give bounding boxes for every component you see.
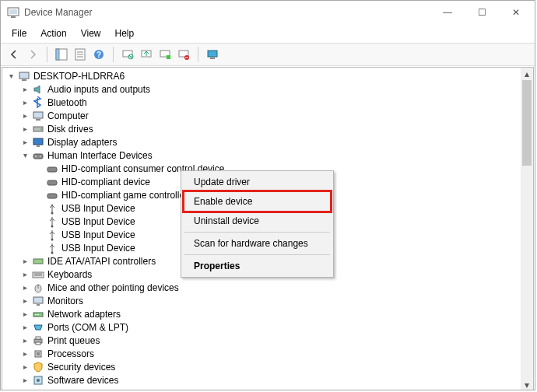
context-properties[interactable]: Properties: [183, 257, 332, 275]
toolbar: ?: [1, 44, 535, 66]
chevron-down-icon[interactable]: ▾: [5, 71, 16, 82]
category-security[interactable]: ▸Security devices: [2, 360, 521, 373]
category-label: Keyboards: [47, 269, 92, 280]
cpu-icon: [32, 348, 44, 360]
chevron-right-icon[interactable]: ▸: [19, 124, 30, 135]
chevron-down-icon[interactable]: ▾: [19, 150, 30, 161]
chevron-right-icon[interactable]: ▸: [19, 282, 30, 293]
category-audio[interactable]: ▸Audio inputs and outputs: [2, 82, 521, 96]
category-label: Bluetooth: [47, 97, 87, 108]
chevron-right-icon[interactable]: ▸: [19, 296, 30, 306]
network-icon: [32, 308, 44, 320]
chevron-right-icon[interactable]: ▸: [19, 375, 30, 386]
chevron-right-icon[interactable]: ▸: [19, 362, 30, 373]
tree-root-label: DESKTOP-HLDRRA6: [33, 71, 125, 82]
chevron-right-icon[interactable]: ▸: [19, 309, 30, 320]
chevron-right-icon[interactable]: ▸: [19, 322, 30, 333]
category-label: Human Interface Devices: [47, 150, 153, 161]
vertical-scrollbar[interactable]: ▴ ▾: [521, 68, 533, 390]
category-label: Software devices: [47, 375, 118, 386]
category-label: Display adapters: [47, 137, 117, 148]
category-software[interactable]: ▸Software devices: [2, 373, 521, 387]
back-button[interactable]: [5, 46, 23, 63]
svg-rect-21: [19, 72, 29, 79]
category-bluetooth[interactable]: ▸Bluetooth: [2, 96, 521, 109]
category-print[interactable]: ▸Print queues: [2, 334, 521, 347]
svg-rect-39: [33, 259, 43, 264]
device-label: USB Input Device: [61, 216, 135, 227]
chevron-right-icon[interactable]: ▸: [19, 335, 30, 346]
help-button[interactable]: ?: [90, 46, 107, 63]
port-icon: [32, 321, 44, 334]
category-network[interactable]: ▸Network adapters: [2, 307, 521, 320]
maximize-button[interactable]: ☐: [465, 2, 499, 23]
category-computer[interactable]: ▸Computer: [2, 109, 521, 122]
close-button[interactable]: ✕: [499, 2, 533, 23]
svg-rect-27: [33, 138, 43, 145]
chevron-right-icon[interactable]: ▸: [19, 348, 30, 359]
chevron-right-icon[interactable]: ▸: [19, 388, 30, 391]
category-hid[interactable]: ▾Human Interface Devices: [2, 149, 521, 162]
enable-device-button[interactable]: [156, 46, 174, 63]
scan-hardware-button[interactable]: [119, 46, 136, 63]
usb-icon: [46, 202, 58, 215]
menu-action[interactable]: Action: [34, 26, 72, 41]
toolbar-separator: [113, 47, 114, 62]
device-label: USB Input Device: [61, 243, 135, 254]
chevron-right-icon[interactable]: ▸: [19, 269, 30, 280]
keyboard-icon: [32, 268, 44, 281]
category-sound[interactable]: ▸Sound, video and game controllers: [2, 387, 521, 390]
uninstall-device-button[interactable]: [175, 46, 192, 63]
svg-rect-20: [210, 58, 215, 59]
category-processors[interactable]: ▸Processors: [2, 347, 521, 360]
context-enable-device[interactable]: Enable device: [184, 193, 330, 210]
menu-view[interactable]: View: [75, 26, 107, 41]
svg-point-36: [51, 225, 54, 227]
scroll-down-button[interactable]: ▾: [521, 379, 533, 390]
remote-computer-button[interactable]: [204, 46, 221, 63]
scroll-up-button[interactable]: ▴: [521, 68, 533, 80]
svg-text:?: ?: [97, 51, 101, 59]
forward-button[interactable]: [24, 46, 41, 63]
chevron-right-icon[interactable]: ▸: [19, 110, 30, 121]
tree-root[interactable]: ▾ DESKTOP-HLDRRA6: [2, 69, 521, 82]
scrollbar-thumb[interactable]: [522, 80, 532, 166]
category-mice[interactable]: ▸Mice and other pointing devices: [2, 281, 521, 294]
chevron-right-icon[interactable]: ▸: [19, 84, 30, 95]
context-update-driver[interactable]: Update driver: [183, 173, 332, 191]
category-display[interactable]: ▸Display adapters: [2, 135, 521, 149]
category-label: Print queues: [47, 335, 100, 346]
usb-icon: [46, 215, 58, 228]
toolbar-separator: [47, 47, 47, 62]
computer-icon: [18, 70, 30, 82]
context-uninstall-device[interactable]: Uninstall device: [183, 212, 332, 229]
svg-rect-52: [36, 342, 40, 345]
svg-point-30: [35, 156, 37, 157]
update-driver-button[interactable]: [138, 46, 155, 63]
show-hide-tree-button[interactable]: [53, 46, 70, 63]
monitor-icon: [32, 136, 44, 149]
svg-rect-22: [22, 79, 26, 81]
usb-icon: [46, 229, 58, 241]
minimize-button[interactable]: —: [430, 2, 465, 23]
category-ports[interactable]: ▸Ports (COM & LPT): [2, 320, 521, 334]
category-disk[interactable]: ▸Disk drives: [2, 122, 521, 135]
properties-button[interactable]: [72, 46, 89, 63]
svg-point-38: [51, 251, 54, 254]
menu-file[interactable]: File: [5, 26, 33, 41]
chevron-right-icon[interactable]: ▸: [19, 97, 30, 108]
hid-icon: [32, 149, 44, 162]
category-label: Network adapters: [47, 309, 121, 320]
svg-rect-28: [37, 145, 40, 147]
chevron-right-icon[interactable]: ▸: [19, 137, 30, 148]
shield-icon: [32, 361, 44, 373]
menu-help[interactable]: Help: [109, 26, 141, 41]
svg-rect-34: [47, 194, 57, 198]
svg-rect-33: [47, 180, 57, 185]
category-monitors[interactable]: ▸Monitors: [2, 294, 521, 307]
svg-rect-45: [33, 297, 43, 303]
scrollbar-track[interactable]: [521, 80, 533, 379]
context-scan-hardware[interactable]: Scan for hardware changes: [183, 235, 332, 252]
menubar: File Action View Help: [1, 24, 535, 44]
chevron-right-icon[interactable]: ▸: [19, 256, 30, 267]
